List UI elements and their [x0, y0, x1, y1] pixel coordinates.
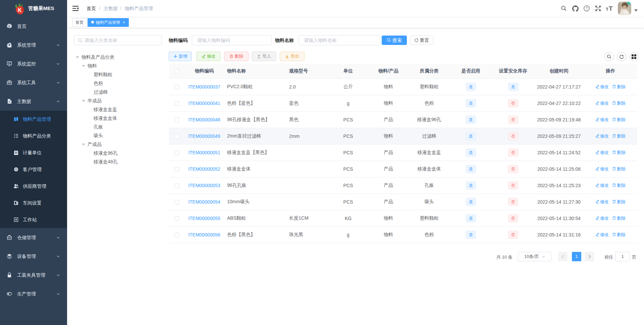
svg-text:K: K [18, 7, 22, 13]
svg-text:T: T [606, 7, 608, 11]
svg-text:?: ? [586, 6, 588, 10]
svg-text:T: T [609, 6, 613, 11]
